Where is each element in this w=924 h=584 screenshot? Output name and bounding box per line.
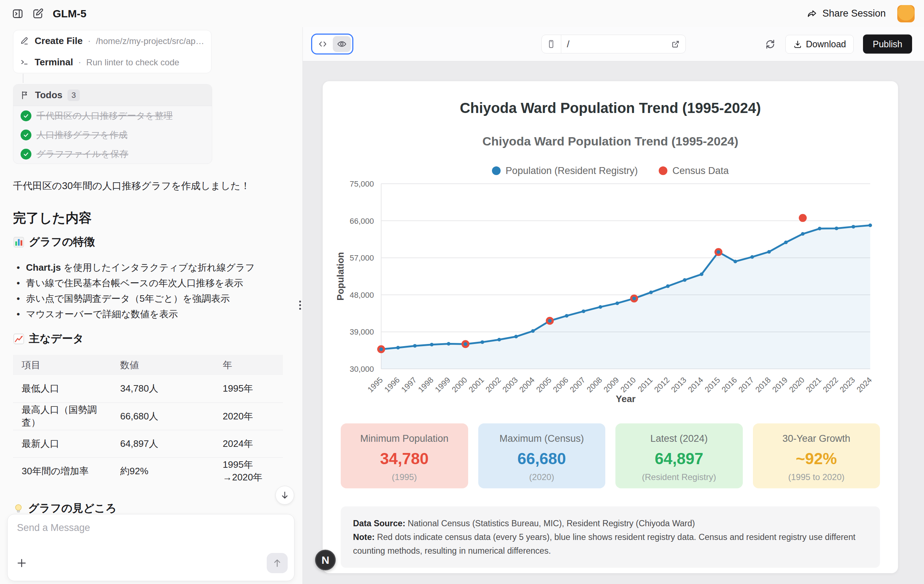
list-item: Chart.js を使用したインタラクティブな折れ線グラフ (15, 260, 278, 276)
stat-value: 64,897 (615, 450, 743, 468)
stat-value: 66,680 (478, 450, 606, 468)
chart-increasing-emoji-icon (13, 333, 25, 345)
table-cell: 1995年→2020年 (214, 457, 283, 485)
mobile-device-icon[interactable] (542, 35, 561, 53)
stat-label: 30-Year Growth (753, 433, 880, 444)
refresh-button[interactable] (764, 38, 776, 50)
assistant-message-intro: 千代田区の30年間の人口推移グラフを作成しました！ (13, 179, 280, 193)
todo-item[interactable]: 千代田区の人口推移データを整理 (13, 106, 212, 125)
share-icon (807, 8, 818, 19)
svg-text:48,000: 48,000 (350, 290, 374, 300)
population-line-chart[interactable]: 30,00039,00048,00057,00066,00075,0001995… (323, 179, 898, 417)
completed-heading: 完了した内容 (13, 210, 92, 227)
svg-text:2005: 2005 (534, 375, 553, 394)
tool-step-label: Create File (35, 35, 82, 46)
svg-text:2000: 2000 (450, 375, 469, 394)
arrow-up-icon (272, 558, 282, 568)
send-button[interactable] (267, 553, 288, 573)
table-header-cell: 数値 (112, 355, 214, 375)
tool-step-separator: · (78, 57, 81, 68)
feature-text: 赤い点で国勢調査データ（5年ごと）を強調表示 (26, 293, 230, 304)
panel-resize-handle[interactable] (299, 301, 303, 310)
table-row: 30年間の増加率 約92% 1995年→2020年 (13, 457, 283, 485)
attach-button[interactable] (15, 557, 28, 569)
share-session-button[interactable]: Share Session (807, 8, 886, 19)
data-source-line: Data Source: National Census (Statistics… (353, 516, 868, 530)
tool-step-terminal[interactable]: Terminal · Run linter to check code (13, 52, 211, 73)
legend-item-resident-registry[interactable]: Population (Resident Registry) (492, 165, 638, 177)
message-input[interactable] (8, 514, 294, 551)
legend-item-census[interactable]: Census Data (659, 165, 729, 177)
features-list: Chart.js を使用したインタラクティブな折れ線グラフ 青い線で住民基本台帳… (15, 260, 278, 322)
legend-dot-blue (492, 167, 501, 175)
table-cell: 最新人口 (13, 430, 112, 457)
nextjs-badge[interactable]: N (315, 550, 336, 570)
table-cell: 30年間の増加率 (13, 457, 112, 485)
code-icon (318, 39, 328, 49)
preview-view-button[interactable] (333, 36, 351, 52)
svg-text:2014: 2014 (686, 375, 705, 394)
todo-item[interactable]: 人口推移グラフを作成 (13, 125, 212, 144)
composer-toolbar (8, 551, 294, 581)
share-session-label: Share Session (822, 8, 886, 19)
data-source-note: Data Source: National Census (Statistics… (341, 506, 880, 568)
svg-text:2012: 2012 (653, 375, 672, 394)
table-cell: 最高人口（国勢調査） (13, 403, 112, 430)
svg-text:2001: 2001 (467, 375, 486, 394)
feature-text: 青い線で住民基本台帳ベースの年次人口推移を表示 (26, 277, 243, 289)
scroll-to-bottom-button[interactable] (276, 486, 294, 505)
highlights-heading-label: グラフの見どころ (28, 501, 117, 516)
data-source-text: National Census (Statistics Bureau, MIC)… (405, 519, 695, 528)
svg-text:2007: 2007 (568, 375, 587, 394)
legend-label: Census Data (672, 165, 729, 177)
svg-text:2009: 2009 (602, 375, 620, 394)
tool-step-create-file[interactable]: Create File · /home/z/my-project/src/app… (13, 30, 211, 52)
preview-body: Chiyoda Ward Population Trend (1995-2024… (303, 61, 924, 584)
feature-text: マウスオーバーで詳細な数値を表示 (26, 308, 178, 319)
table-cell: 34,780人 (112, 375, 214, 403)
table-header-cell: 年 (214, 355, 283, 375)
table-header-cell: 項目 (13, 355, 112, 375)
avatar[interactable] (897, 5, 915, 22)
key-data-table: 項目 数値 年 最低人口 34,780人 1995年 最高人口（国勢調査） 66… (13, 355, 283, 485)
plus-icon (15, 557, 28, 569)
stat-value: ~92% (753, 450, 880, 468)
preview-panel: / Download Publish Chiy (302, 27, 924, 584)
svg-text:2004: 2004 (518, 375, 536, 394)
tool-steps-card: Create File · /home/z/my-project/src/app… (13, 30, 211, 73)
code-view-button[interactable] (314, 36, 332, 52)
feature-text: を使用したインタラクティブな折れ線グラフ (61, 262, 255, 273)
table-row: 最高人口（国勢調査） 66,680人 2020年 (13, 403, 283, 430)
app-title: GLM-5 (53, 8, 86, 20)
check-circle-icon (21, 130, 31, 140)
open-external-button[interactable] (666, 40, 685, 49)
new-chat-button[interactable] (30, 5, 46, 22)
flag-icon (21, 91, 30, 100)
preview-toolbar: / Download Publish (303, 27, 924, 61)
stat-card-growth: 30-Year Growth ~92% (1995 to 2020) (753, 423, 880, 488)
todo-item[interactable]: グラフファイルを保存 (13, 144, 212, 163)
todos-count-badge: 3 (68, 89, 80, 101)
table-row: 最低人口 34,780人 1995年 (13, 375, 283, 403)
todos-header[interactable]: Todos 3 (13, 84, 212, 106)
todo-item-label: 人口推移グラフを作成 (36, 129, 127, 141)
sidebar-toggle-button[interactable] (9, 5, 26, 22)
table-cell: 最低人口 (13, 375, 112, 403)
stat-label: Minimum Population (341, 433, 468, 444)
app-header: GLM-5 Share Session (0, 0, 924, 27)
url-path[interactable]: / (561, 39, 666, 50)
todo-item-label: グラフファイルを保存 (36, 148, 129, 160)
note-label: Note: (353, 532, 375, 542)
svg-text:2024: 2024 (855, 375, 873, 394)
features-heading: グラフの特徴 (13, 234, 95, 249)
svg-text:1999: 1999 (433, 375, 452, 394)
stat-caption: (2020) (478, 472, 606, 482)
stat-value: 34,780 (341, 450, 468, 468)
download-button[interactable]: Download (785, 35, 854, 53)
stat-caption: (Resident Registry) (615, 472, 743, 482)
publish-button[interactable]: Publish (863, 35, 912, 54)
feature-bold: Chart.js (26, 262, 61, 273)
todos-title: Todos (35, 89, 63, 101)
svg-text:1998: 1998 (416, 375, 435, 394)
light-bulb-emoji-icon (13, 503, 24, 514)
